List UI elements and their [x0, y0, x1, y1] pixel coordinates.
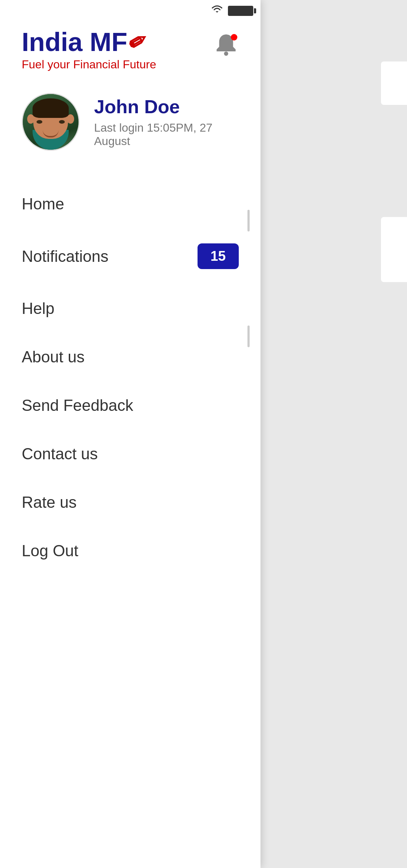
- menu-label-notifications: Notifications: [22, 247, 109, 265]
- menu-item-rate[interactable]: Rate us: [0, 478, 260, 527]
- menu-item-logout[interactable]: Log Out: [0, 527, 260, 575]
- notifications-badge: 15: [198, 243, 239, 269]
- menu-item-help[interactable]: Help: [0, 284, 260, 333]
- logo-container: India MF ✏ Fuel your Financial Future: [22, 29, 156, 71]
- menu-label-contact: Contact us: [22, 445, 98, 463]
- logo-tagline: Fuel your Financial Future: [22, 58, 156, 71]
- logo-text: India MF ✏: [22, 29, 156, 55]
- menu-item-contact[interactable]: Contact us: [0, 430, 260, 478]
- drawer-panel: India MF ✏ Fuel your Financial Future: [0, 0, 260, 868]
- menu-item-notifications[interactable]: Notifications 15: [0, 228, 260, 284]
- avatar-image: [23, 94, 79, 150]
- menu-label-feedback: Send Feedback: [22, 396, 133, 414]
- menu-item-about[interactable]: About us: [0, 333, 260, 381]
- scrollbar-line-1: [247, 210, 250, 231]
- menu-label-help: Help: [22, 299, 55, 318]
- menu-label-home: Home: [22, 195, 64, 213]
- scrollbar-line-2: [247, 326, 250, 347]
- scroll-handle-top: [381, 61, 407, 105]
- svg-point-0: [224, 52, 228, 56]
- battery-icon: [228, 6, 253, 16]
- scroll-handle-mid: [381, 217, 407, 282]
- logo-main-text: India MF: [22, 29, 127, 55]
- bell-badge: [231, 34, 237, 41]
- user-profile: John Doe Last login 15:05PM, 27 August: [0, 78, 260, 173]
- user-name: John Doe: [94, 96, 239, 118]
- menu-label-logout: Log Out: [22, 542, 79, 560]
- menu-item-feedback[interactable]: Send Feedback: [0, 381, 260, 430]
- status-bar: [188, 0, 260, 22]
- menu-item-home[interactable]: Home: [0, 180, 260, 228]
- right-background: [260, 0, 407, 868]
- user-info: John Doe Last login 15:05PM, 27 August: [94, 96, 239, 148]
- menu-label-rate: Rate us: [22, 493, 77, 511]
- last-login: Last login 15:05PM, 27 August: [94, 121, 239, 148]
- nav-menu: Home Notifications 15 Help About us Send…: [0, 173, 260, 582]
- menu-label-about: About us: [22, 348, 85, 366]
- avatar: [22, 93, 80, 151]
- wifi-icon: [211, 5, 224, 17]
- rocket-icon: ✏: [124, 28, 151, 56]
- bell-button[interactable]: [213, 33, 239, 59]
